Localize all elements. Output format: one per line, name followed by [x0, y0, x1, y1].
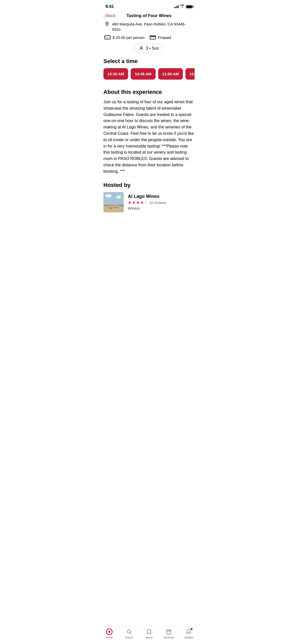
time-slot-2[interactable]: 11:00 AM — [158, 68, 183, 80]
host-image — [103, 192, 124, 212]
about-section-title: About this experience — [103, 89, 195, 95]
host-info: Al Lago Wines ★ ★ ★ ★ ★ 10 reviews Winer… — [128, 194, 195, 210]
payment-type-text: Prepaid — [158, 35, 171, 40]
about-section: About this experience Join us for a tast… — [103, 89, 195, 175]
svg-point-5 — [141, 47, 142, 48]
payment-item: Prepaid — [150, 35, 171, 40]
price-text: $ 25.00 per person — [113, 35, 145, 40]
stars-display: ★ ★ ★ ★ ★ — [128, 200, 148, 205]
back-label: Back — [106, 13, 116, 18]
svg-rect-3 — [150, 36, 156, 39]
host-image-placeholder — [103, 192, 124, 212]
status-bar: 9:41 — [99, 0, 199, 11]
host-card[interactable]: Al Lago Wines ★ ★ ★ ★ ★ 10 reviews Winer… — [103, 192, 195, 212]
nav-header: ‹ Back Tasting of Four Wines — [99, 11, 199, 21]
hosted-section-title: Hosted by — [103, 182, 195, 188]
svg-point-16 — [105, 194, 112, 198]
star-2: ★ — [132, 200, 136, 205]
back-button[interactable]: ‹ Back — [103, 13, 116, 19]
ticket-icon — [104, 35, 111, 40]
host-type: Winery — [128, 206, 195, 210]
time-slot-3[interactable]: 11:15 AM — [185, 68, 195, 80]
signal-bars-icon — [174, 5, 179, 8]
svg-rect-9 — [103, 206, 124, 212]
review-count: 10 reviews — [149, 201, 166, 205]
location-pin-icon — [104, 22, 110, 27]
about-text: Join us for a tasting of four of our age… — [103, 99, 195, 175]
star-5: ★ — [144, 200, 148, 205]
host-stars-row: ★ ★ ★ ★ ★ 10 reviews — [128, 200, 195, 205]
party-selector: 3 • Sun — [103, 44, 195, 53]
status-time: 9:41 — [105, 4, 114, 9]
status-icons — [174, 5, 193, 9]
time-slots-container: 10:30 AM 10:45 AM 11:00 AM 11:15 AM — [103, 68, 195, 82]
time-section-title: Select a time — [103, 58, 195, 65]
party-pill-button[interactable]: 3 • Sun — [134, 44, 164, 53]
back-chevron-icon: ‹ — [103, 13, 105, 19]
svg-point-0 — [106, 23, 107, 24]
hosted-section: Hosted by — [103, 182, 195, 212]
time-slot-1[interactable]: 10:45 AM — [131, 68, 155, 80]
star-1: ★ — [128, 200, 131, 205]
address-text: 480 Marquita Ave, Paso Robles, CA 93446-… — [112, 21, 194, 32]
host-name: Al Lago Wines — [128, 194, 195, 199]
battery-icon — [186, 5, 193, 8]
time-section: Select a time 10:30 AM 10:45 AM 11:00 AM… — [103, 58, 195, 82]
credit-card-icon — [150, 35, 156, 40]
star-4: ★ — [140, 200, 144, 205]
location-row: 480 Marquita Ave, Paso Robles, CA 93446-… — [103, 21, 195, 32]
main-content: 480 Marquita Ave, Paso Robles, CA 93446-… — [99, 21, 199, 244]
time-slot-0[interactable]: 10:30 AM — [103, 68, 128, 80]
party-summary-text: 3 • Sun — [146, 46, 159, 51]
svg-rect-8 — [103, 192, 124, 205]
price-item: $ 25.00 per person — [104, 35, 145, 40]
star-3: ★ — [136, 200, 140, 205]
wifi-icon — [180, 5, 184, 9]
page-title: Tasting of Four Wines — [103, 13, 195, 18]
person-icon — [139, 46, 144, 51]
price-row: $ 25.00 per person Prepaid — [103, 35, 195, 40]
svg-point-17 — [116, 196, 121, 199]
